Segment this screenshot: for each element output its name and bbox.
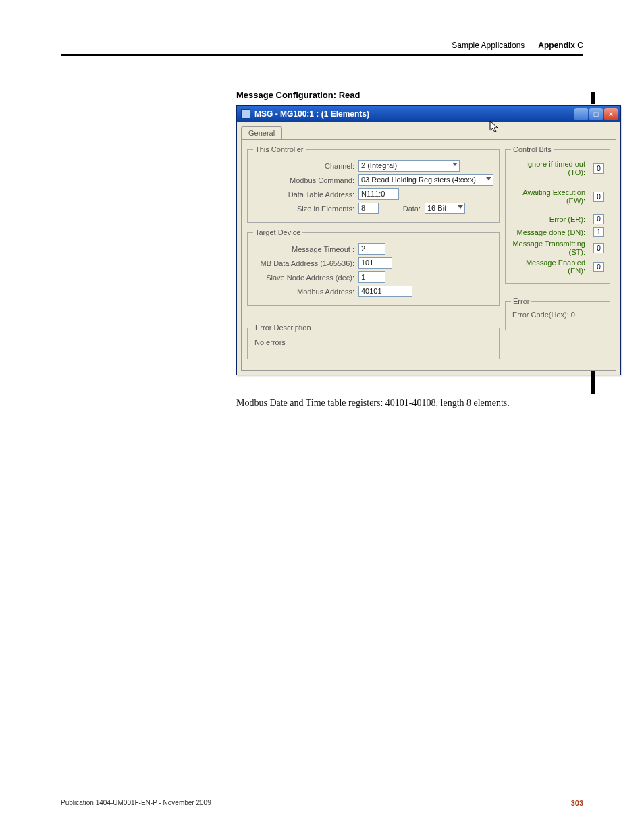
titlebar: MSG - MG100:1 : (1 Elements) _ □ × [237,106,620,122]
bit-dn-label: Message done (DN): [511,228,585,236]
group-legend: Control Bits [511,145,554,153]
header-appendix: Appendix C [538,41,583,50]
group-legend: Error [511,297,531,305]
data-label: Data: [396,205,421,213]
bit-st-value[interactable]: 0 [593,243,604,253]
slave-node-address-input[interactable]: 1 [358,271,385,283]
channel-label: Channel: [253,162,354,170]
bit-en-value[interactable]: 0 [593,262,604,272]
mb-data-address-input[interactable]: 101 [358,257,392,269]
page-number: 303 [571,799,583,807]
group-legend: Error Description [253,323,313,332]
minimize-button[interactable]: _ [574,108,588,120]
channel-select[interactable]: 2 (Integral) [358,160,460,172]
bit-ew-value[interactable]: 0 [593,192,604,202]
modbus-address-input[interactable]: 40101 [358,286,412,297]
data-table-address-label: Data Table Address: [253,190,354,199]
error-group: Error Error Code(Hex): 0 [505,297,610,330]
header-rule [61,54,583,56]
mb-data-address-label: MB Data Address (1-65536): [253,259,354,267]
group-legend: This Controller [253,145,306,153]
bit-st-label: Message Transmitting (ST): [511,240,585,256]
error-code-text: Error Code(Hex): 0 [511,309,604,324]
modbus-command-select[interactable]: 03 Read Holding Registers (4xxxx) [358,174,493,186]
size-input[interactable]: 8 [358,203,379,214]
figure-caption: Message Configuration: Read [236,90,583,100]
control-bits-group: Control Bits Ignore if timed out (TO): 0… [505,145,610,284]
body-note: Modbus Date and Time table registers: 40… [236,397,583,410]
slave-node-address-label: Slave Node Address (dec): [253,273,354,282]
bit-dn-value[interactable]: 1 [593,227,604,237]
change-bar [591,92,595,104]
error-description-text: No errors [253,336,493,353]
size-label: Size in Elements: [253,205,354,213]
bit-to-label: Ignore if timed out (TO): [511,160,585,176]
modbus-address-label: Modbus Address: [253,288,354,296]
bit-er-value[interactable]: 0 [593,214,604,224]
maximize-button[interactable]: □ [589,108,603,120]
data-select[interactable]: 16 Bit [425,203,465,214]
group-legend: Target Device [253,228,302,236]
tab-general[interactable]: General [241,126,282,139]
modbus-command-label: Modbus Command: [253,176,354,184]
error-description-group: Error Description No errors [247,323,500,359]
dialog-window: MSG - MG100:1 : (1 Elements) _ □ × Gener… [236,105,621,375]
header-section: Sample Applications [452,41,525,50]
bit-to-value[interactable]: 0 [593,163,604,174]
close-button[interactable]: × [604,108,618,120]
bit-er-label: Error (ER): [511,215,585,224]
target-device-group: Target Device Message Timeout : 2 MB Dat… [247,228,500,306]
message-timeout-label: Message Timeout : [253,245,354,253]
window-title: MSG - MG100:1 : (1 Elements) [254,109,369,119]
tab-strip: General [237,122,620,139]
app-icon [241,109,250,119]
message-timeout-input[interactable]: 2 [358,243,385,255]
bit-en-label: Message Enabled (EN): [511,259,585,275]
this-controller-group: This Controller Channel: 2 (Integral) Mo… [247,145,500,223]
data-table-address-input[interactable]: N111:0 [358,188,399,200]
bit-ew-label: Awaiting Execution (EW): [511,188,585,205]
publication-info: Publication 1404-UM001F-EN-P - November … [61,799,211,807]
